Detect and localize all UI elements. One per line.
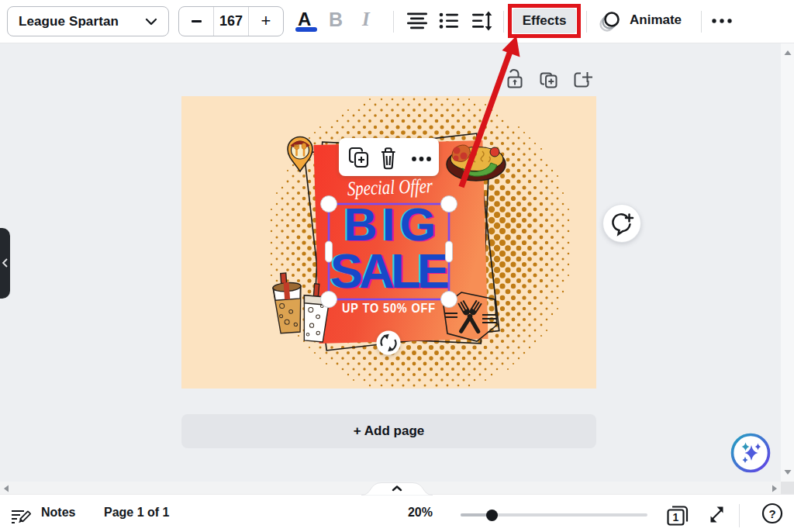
svg-text:UP TO 50% OFF: UP TO 50% OFF [342, 301, 436, 315]
svg-text:1: 1 [673, 511, 679, 523]
svg-text:?: ? [768, 507, 775, 520]
svg-text:Special Offer: Special Offer [347, 174, 433, 200]
svg-text:SALE: SALE [330, 244, 451, 298]
